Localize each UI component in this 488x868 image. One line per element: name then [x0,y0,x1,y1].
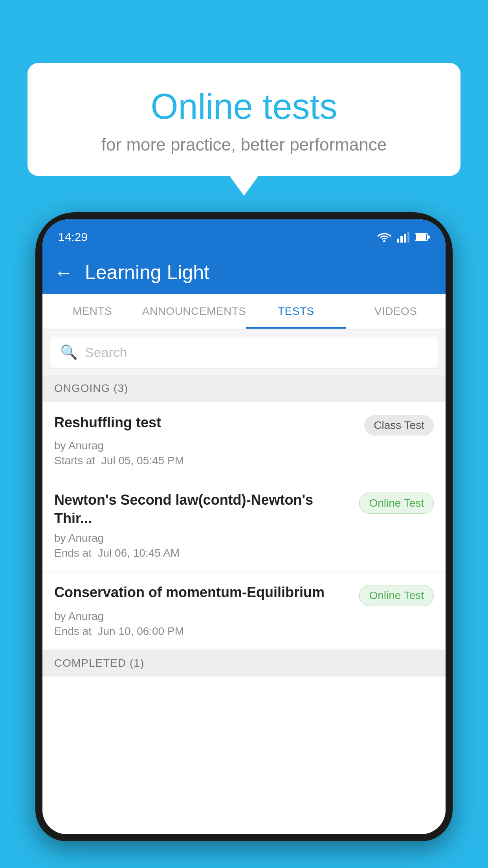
svg-rect-7 [428,235,430,239]
tab-ments[interactable]: MENTS [42,294,142,329]
bubble-subtitle: for more practice, better performance [51,135,437,154]
test-item-2[interactable]: Newton's Second law(contd)-Newton's Thir… [42,479,446,572]
test-date-1: Starts at Jul 05, 05:45 PM [54,454,434,467]
status-time: 14:29 [58,230,88,244]
svg-rect-2 [400,236,403,243]
app-title: Learning Light [85,261,209,284]
search-container: 🔍 Search [42,329,446,375]
test-list: Reshuffling test Class Test by Anurag St… [42,402,446,834]
test-by-1: by Anurag [54,440,434,452]
tab-announcements[interactable]: ANNOUNCEMENTS [142,294,246,329]
test-by-2: by Anurag [54,532,434,544]
completed-section-header: COMPLETED (1) [42,650,446,677]
tabs-bar: MENTS ANNOUNCEMENTS TESTS VIDEOS [42,294,446,329]
test-name-1: Reshuffling test [54,414,356,432]
speech-bubble: Online tests for more practice, better p… [28,63,460,176]
search-icon: 🔍 [60,344,78,360]
status-bar: 14:29 [42,219,446,251]
phone-outer: 14:29 [35,212,453,841]
test-by-3: by Anurag [54,610,434,623]
svg-rect-3 [404,234,406,243]
svg-point-0 [383,240,385,242]
signal-icon [397,232,409,243]
test-name-3: Conservation of momentum-Equilibrium [54,583,351,602]
tab-tests[interactable]: TESTS [246,294,346,329]
bubble-title: Online tests [51,86,437,127]
test-date-2: Ends at Jul 06, 10:45 AM [54,547,434,559]
back-button[interactable]: ← [54,262,73,283]
search-placeholder: Search [85,345,127,360]
test-badge-3: Online Test [359,585,434,606]
search-box[interactable]: 🔍 Search [50,337,438,368]
test-badge-1: Class Test [364,415,434,436]
test-item-3[interactable]: Conservation of momentum-Equilibrium Onl… [42,572,446,650]
phone-screen: 14:29 [42,219,446,834]
battery-icon [415,233,430,241]
wifi-icon [377,232,391,242]
test-name-2: Newton's Second law(contd)-Newton's Thir… [54,491,351,528]
test-item-1[interactable]: Reshuffling test Class Test by Anurag St… [42,402,446,479]
phone-container: 14:29 [35,212,453,868]
svg-rect-1 [397,239,399,243]
status-icons [377,232,430,243]
ongoing-section-header: ONGOING (3) [42,375,446,402]
tab-videos[interactable]: VIDEOS [346,294,446,329]
app-header: ← Learning Light [42,251,446,294]
svg-rect-6 [416,234,426,240]
test-badge-2: Online Test [359,493,434,514]
test-date-3: Ends at Jun 10, 06:00 PM [54,625,434,638]
svg-rect-4 [407,232,409,243]
